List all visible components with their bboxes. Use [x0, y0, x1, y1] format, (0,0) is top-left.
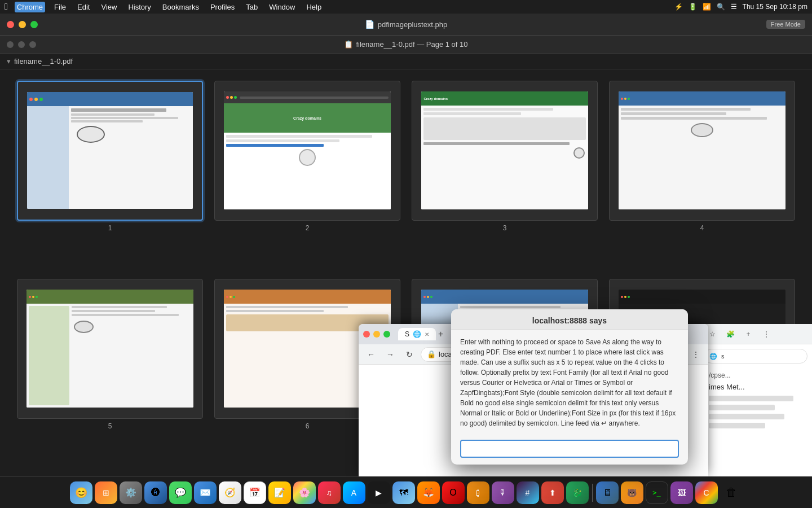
- pdf-thumbnail-1[interactable]: [17, 81, 203, 221]
- menu-history[interactable]: History: [126, 2, 153, 12]
- dock-opera[interactable]: O: [442, 481, 465, 504]
- pdf-page-1[interactable]: 1: [17, 81, 203, 268]
- dock-calendar[interactable]: 📅: [244, 481, 266, 504]
- apple-icon[interactable]: : [5, 2, 8, 12]
- dock-launchpad[interactable]: ⊞: [95, 481, 117, 504]
- free-mode-badge: Free Mode: [766, 20, 805, 29]
- dock-safari[interactable]: 🧭: [219, 481, 241, 504]
- dock-firefox[interactable]: 🦊: [417, 481, 440, 504]
- alert-body: Enter with nothing to proceed or space t…: [451, 330, 688, 435]
- pdf-thumbnail-3[interactable]: Crazy domains: [412, 81, 598, 221]
- alert-input[interactable]: [460, 440, 679, 458]
- dock-podcast[interactable]: 🎙: [492, 481, 514, 504]
- menu-help[interactable]: Help: [304, 2, 324, 12]
- safari-icon: 🧭: [224, 487, 236, 498]
- dock-finder-window[interactable]: 🖥: [596, 481, 619, 504]
- dock-messages[interactable]: 💬: [169, 481, 192, 504]
- title-bar: 📄 pdfimageplustext.php Free Mode: [0, 14, 812, 35]
- opera-icon: O: [449, 488, 456, 498]
- dock-notes[interactable]: 📝: [268, 481, 291, 504]
- menu-file[interactable]: File: [52, 2, 68, 12]
- dock-photos[interactable]: 🌸: [293, 481, 316, 504]
- right-chrome-content: 🌐 s /cpse... imes Met...: [700, 344, 812, 476]
- chrome-tab-active[interactable]: S 🌐 ✕: [398, 328, 436, 340]
- right-content-text: /cpse...: [709, 371, 803, 379]
- right-extensions-btn[interactable]: 🧩: [722, 326, 738, 342]
- finder-icon: 😊: [75, 487, 87, 499]
- alert-dialog: localhost:8888 says Enter with nothing t…: [451, 309, 688, 465]
- bear-icon: 🐻: [627, 488, 637, 497]
- pdf-page-4[interactable]: 4: [609, 81, 795, 268]
- maximize-button[interactable]: [30, 21, 38, 28]
- expand-arrow[interactable]: ▾: [7, 57, 11, 65]
- dock-terminal[interactable]: >_: [646, 481, 668, 504]
- window-title-area: 📄 pdfimageplustext.php: [365, 20, 448, 29]
- chrome-maximize[interactable]: [383, 331, 390, 338]
- minimize-button[interactable]: [19, 21, 26, 28]
- photos-icon: 🌸: [299, 487, 310, 498]
- right-chrome-partial: ☆ 🧩 + ⋮ 🌐 s /cpse... imes Met...: [699, 324, 812, 476]
- dock-chrome[interactable]: C: [695, 481, 718, 504]
- pdf-thumbnail-5[interactable]: [17, 279, 203, 419]
- pdf-page-2[interactable]: Crazy domains 2: [214, 81, 400, 268]
- sysprefs-icon: ⚙️: [125, 487, 136, 498]
- pdf-close[interactable]: [7, 41, 14, 48]
- appstore-icon: 🅐: [151, 488, 160, 498]
- dock-trash[interactable]: 🗑: [720, 481, 743, 504]
- dock-slack[interactable]: #: [517, 481, 539, 504]
- lock-icon: 🔒: [427, 350, 436, 358]
- menu-button[interactable]: ⋮: [688, 347, 704, 362]
- menu-edit[interactable]: Edit: [75, 2, 92, 12]
- dock-bear[interactable]: 🐻: [621, 481, 643, 504]
- dock-bitbar[interactable]: ₿: [467, 481, 489, 504]
- maps-icon: 🗺: [399, 488, 408, 498]
- menu-chrome[interactable]: Chrome: [15, 2, 45, 12]
- control-center-icon[interactable]: ☰: [731, 3, 737, 11]
- dock-maps[interactable]: 🗺: [392, 481, 415, 504]
- search-icon[interactable]: 🔍: [717, 3, 725, 11]
- back-button[interactable]: ←: [363, 347, 379, 362]
- right-new-tab-btn[interactable]: +: [740, 326, 756, 342]
- pdf-page-5[interactable]: 5: [17, 279, 203, 466]
- pdf-title-bar: 📋 filename__1-0.pdf — Page 1 of 10: [0, 36, 812, 54]
- dock-finder[interactable]: 😊: [70, 481, 92, 504]
- dock-misc1[interactable]: 🐉: [566, 481, 589, 504]
- alert-title: localhost:8888 says: [460, 316, 679, 325]
- pdf-zoom[interactable]: [29, 41, 36, 48]
- reload-button[interactable]: ↻: [401, 347, 417, 362]
- dock-transmit[interactable]: ⬆: [541, 481, 564, 504]
- menu-window[interactable]: Window: [267, 2, 297, 12]
- pdf-thumbnail-2[interactable]: Crazy domains: [214, 81, 400, 221]
- chrome-minimize[interactable]: [373, 331, 380, 338]
- new-tab-button[interactable]: +: [438, 329, 443, 339]
- bluetooth-icon: ⚡: [674, 3, 683, 11]
- dock-sysprefs[interactable]: ⚙️: [120, 481, 142, 504]
- music-icon: ♫: [326, 488, 332, 497]
- dock-appstore2[interactable]: A: [343, 481, 365, 504]
- dock-appstore[interactable]: 🅐: [144, 481, 167, 504]
- pdf-page-3[interactable]: Crazy domains 3: [412, 81, 598, 268]
- right-line-4: [709, 423, 765, 428]
- right-line-2: [709, 405, 775, 410]
- filename-bar: ▾ filename__1-0.pdf: [0, 54, 812, 69]
- menu-profiles[interactable]: Profiles: [208, 2, 237, 12]
- close-button[interactable]: [7, 21, 14, 28]
- menu-view[interactable]: View: [99, 2, 119, 12]
- dock-music[interactable]: ♫: [318, 481, 341, 504]
- menubar:  Chrome File Edit View History Bookmark…: [0, 0, 812, 14]
- tab-close-icon[interactable]: ✕: [425, 331, 429, 338]
- chrome-close[interactable]: [363, 331, 370, 338]
- menu-tab[interactable]: Tab: [244, 2, 260, 12]
- right-menu-btn[interactable]: ⋮: [758, 326, 774, 342]
- page-number-6: 6: [306, 422, 310, 430]
- dock-appletv[interactable]: ▶: [368, 481, 390, 504]
- menu-bookmarks[interactable]: Bookmarks: [160, 2, 201, 12]
- pdf-minimize[interactable]: [18, 41, 25, 48]
- traffic-lights: [7, 21, 38, 28]
- dock-mail[interactable]: ✉️: [194, 481, 217, 504]
- calendar-icon: 📅: [249, 487, 261, 498]
- tv-icon: ▶: [376, 488, 382, 497]
- forward-button[interactable]: →: [382, 347, 398, 362]
- dock-preview[interactable]: 🖼: [670, 481, 693, 504]
- pdf-thumbnail-4[interactable]: [609, 81, 795, 221]
